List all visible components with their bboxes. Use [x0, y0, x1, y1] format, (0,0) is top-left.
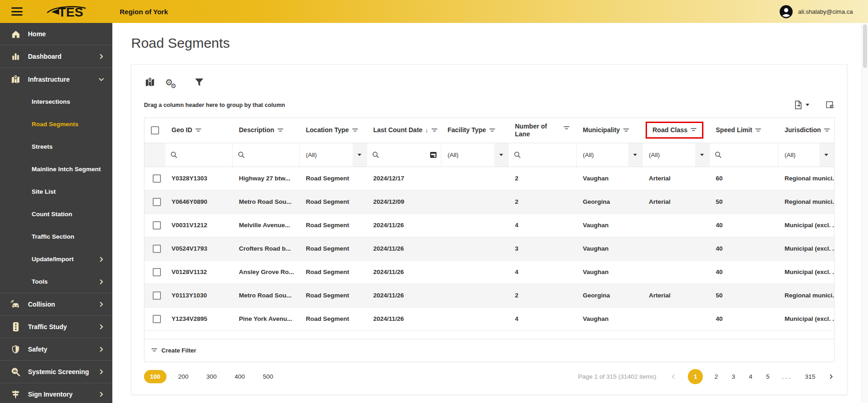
- header-filter-icon[interactable]: [623, 127, 629, 134]
- dropdown-button[interactable]: [353, 143, 366, 167]
- table-row[interactable]: V0031V1212 Melville Avenue... Road Segme…: [144, 213, 834, 237]
- row-checkbox[interactable]: [153, 198, 161, 206]
- cell-facility-type: [442, 307, 509, 330]
- user-area[interactable]: ali.shalaby@cima.ca: [779, 5, 853, 19]
- sidebar-item-site-list[interactable]: Site List: [0, 180, 112, 203]
- filter-funnel-button[interactable]: [194, 78, 204, 87]
- row-checkbox[interactable]: [153, 315, 161, 323]
- tes-logo[interactable]: TES: [45, 3, 91, 20]
- page-number[interactable]: 1: [688, 369, 703, 384]
- cell-description: Ansley Grove Ro...: [233, 260, 300, 284]
- page-number[interactable]: 315: [805, 373, 815, 380]
- facility-type-select[interactable]: (All): [442, 143, 508, 167]
- dropdown-button[interactable]: [695, 143, 709, 167]
- column-header-jurisdiction[interactable]: Jurisdiction: [779, 118, 834, 143]
- export-button[interactable]: [794, 100, 809, 110]
- sidebar-item-traffic-study[interactable]: Traffic Study: [0, 316, 112, 338]
- road-class-select[interactable]: (All): [643, 143, 709, 167]
- sidebar-item-home[interactable]: Home: [0, 23, 112, 45]
- sidebar-item-traffic-section[interactable]: Traffic Section: [0, 225, 112, 248]
- header-filter-icon[interactable]: [755, 127, 761, 134]
- column-header-location-type[interactable]: Location Type: [300, 118, 367, 143]
- table-row[interactable]: Y0113Y1030 Metro Road Sou... Road Segmen…: [144, 284, 834, 307]
- table-row[interactable]: V0128V1132 Ansley Grove Ro... Road Segme…: [144, 260, 834, 284]
- scrollbar-thumb[interactable]: [863, 24, 867, 68]
- sidebar-item-streets[interactable]: Streets: [0, 135, 112, 158]
- header-filter-icon[interactable]: [277, 127, 283, 134]
- header-filter-icon[interactable]: [489, 127, 495, 134]
- number-of-lane-search-input[interactable]: [509, 143, 576, 167]
- column-header-last-count-date[interactable]: Last Count Date↓: [367, 118, 442, 143]
- description-search-input[interactable]: [233, 143, 299, 167]
- header-filter-icon[interactable]: [352, 127, 358, 134]
- hamburger-menu-icon[interactable]: [11, 7, 22, 16]
- chevron-down-icon: [358, 154, 361, 156]
- sidebar-item-safety[interactable]: Safety: [0, 338, 112, 361]
- column-header-description[interactable]: Description: [233, 118, 300, 143]
- header-filter-icon[interactable]: [824, 127, 830, 134]
- row-checkbox[interactable]: [153, 245, 161, 253]
- sidebar-item-sign-inventory[interactable]: Sign Inventory: [0, 383, 112, 403]
- page-size-option[interactable]: 200: [178, 373, 189, 380]
- page-size-option[interactable]: 500: [263, 373, 273, 380]
- column-chooser-button[interactable]: [825, 100, 835, 110]
- column-header-speed-limit[interactable]: Speed Limit: [710, 118, 779, 143]
- calendar-icon[interactable]: [430, 151, 437, 158]
- row-checkbox[interactable]: [153, 291, 161, 300]
- sidebar-item-tools[interactable]: Tools: [0, 270, 112, 293]
- column-header-municipality[interactable]: Municipality: [577, 118, 643, 143]
- sidebar-item-infrastructure[interactable]: Infrastructure: [0, 68, 112, 90]
- create-filter-button[interactable]: Create Filter: [144, 339, 834, 362]
- page-size-option[interactable]: 100: [144, 370, 166, 383]
- vertical-scrollbar[interactable]: [862, 23, 868, 403]
- dropdown-button[interactable]: [494, 143, 508, 167]
- next-page-icon[interactable]: [828, 373, 835, 380]
- select-all-checkbox[interactable]: [151, 126, 159, 134]
- previous-page-icon[interactable]: [670, 373, 677, 380]
- column-header-road-class[interactable]: Road Class: [643, 118, 710, 143]
- page-size-option[interactable]: 300: [206, 373, 217, 380]
- last-count-date-input[interactable]: [367, 143, 441, 167]
- settings-gears-button[interactable]: ⚙⚙: [165, 78, 179, 87]
- header-filter-icon[interactable]: [564, 124, 569, 132]
- table-row[interactable]: Y0328Y1303 Highway 27 btw... Road Segmen…: [144, 167, 834, 190]
- dropdown-button[interactable]: [628, 143, 642, 167]
- geo-id-search-input[interactable]: [166, 143, 232, 167]
- filter-cell-geo-id: [166, 143, 233, 167]
- sidebar-item-systemic-screening[interactable]: Systemic Screening: [0, 361, 112, 383]
- speed-limit-search-input[interactable]: [710, 143, 778, 167]
- page-number[interactable]: 3: [732, 373, 735, 380]
- cell-location-type: Road Segment: [300, 307, 367, 330]
- sidebar-item-collision[interactable]: Collision: [0, 293, 112, 316]
- sidebar-item-mainline-intch-segment[interactable]: Mainline Intch Segment: [0, 158, 112, 180]
- row-checkbox[interactable]: [153, 268, 161, 276]
- sidebar-item-update-import[interactable]: Update/Import: [0, 248, 112, 270]
- dropdown-button[interactable]: [819, 143, 833, 167]
- jurisdiction-select[interactable]: (All): [779, 143, 833, 167]
- column-header-facility-type[interactable]: Facility Type: [442, 118, 509, 143]
- page-number[interactable]: 4: [749, 373, 752, 380]
- row-checkbox[interactable]: [153, 221, 161, 229]
- page-number[interactable]: 5: [766, 373, 770, 380]
- row-checkbox[interactable]: [153, 174, 161, 183]
- header-filter-icon[interactable]: [431, 127, 437, 134]
- cell-speed-limit: 60: [710, 167, 779, 190]
- user-avatar-icon[interactable]: [779, 5, 793, 19]
- table-row[interactable]: V0524V1793 Crofters Road b... Road Segme…: [144, 237, 834, 260]
- sidebar-item-dashboard[interactable]: Dashboard: [0, 45, 112, 68]
- grid-scroll-strip[interactable]: [144, 331, 834, 339]
- header-filter-icon[interactable]: [691, 126, 697, 134]
- page-size-option[interactable]: 400: [235, 373, 245, 380]
- sidebar-item-count-station[interactable]: Count Station: [0, 203, 112, 225]
- header-filter-icon[interactable]: [195, 127, 201, 134]
- column-header-geo-id[interactable]: Geo ID: [166, 118, 233, 143]
- sidebar-item-intersections[interactable]: Intersections: [0, 90, 112, 113]
- municipality-select[interactable]: (All): [577, 143, 642, 167]
- location-type-select[interactable]: (All): [300, 143, 366, 167]
- column-header-number-of-lane[interactable]: Number of Lane: [509, 118, 577, 143]
- table-row[interactable]: Y1234V2895 Pine York Avenu... Road Segme…: [144, 307, 834, 330]
- page-number[interactable]: 2: [714, 373, 718, 380]
- sidebar-item-road-segments[interactable]: Road Segments: [0, 113, 112, 135]
- map-view-button[interactable]: [144, 77, 156, 88]
- table-row[interactable]: Y0646Y0890 Metro Road Sou... Road Segmen…: [144, 190, 834, 213]
